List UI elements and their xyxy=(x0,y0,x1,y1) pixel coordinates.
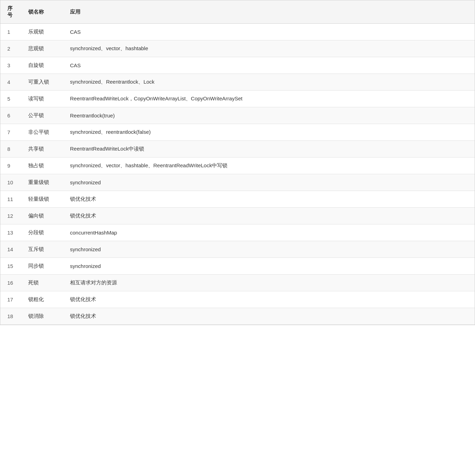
header-app: 应用 xyxy=(63,0,475,24)
table-row: 7非公平锁synchronized、reentrantlock(false) xyxy=(0,124,475,141)
cell-num: 12 xyxy=(0,208,21,224)
cell-num: 15 xyxy=(0,258,21,275)
main-table-container: 序号 锁名称 应用 1乐观锁CAS2悲观锁synchronized、vector… xyxy=(0,0,475,325)
cell-name: 重量级锁 xyxy=(21,174,63,191)
cell-name: 独占锁 xyxy=(21,158,63,174)
cell-app: Reentrantlock(true) xyxy=(63,107,475,124)
cell-num: 16 xyxy=(0,275,21,291)
cell-num: 4 xyxy=(0,74,21,91)
cell-name: 死锁 xyxy=(21,275,63,291)
cell-num: 9 xyxy=(0,158,21,174)
cell-app: synchronized、Reentrantlock、Lock xyxy=(63,74,475,91)
cell-name: 可重入锁 xyxy=(21,74,63,91)
locks-table: 序号 锁名称 应用 1乐观锁CAS2悲观锁synchronized、vector… xyxy=(0,0,475,325)
cell-name: 公平锁 xyxy=(21,107,63,124)
table-row: 14互斥锁synchronized xyxy=(0,241,475,258)
table-row: 8共享锁ReentrantReadWriteLock中读锁 xyxy=(0,141,475,158)
cell-name: 乐观锁 xyxy=(21,24,63,40)
table-header: 序号 锁名称 应用 xyxy=(0,0,475,24)
cell-name: 非公平锁 xyxy=(21,124,63,141)
header-name: 锁名称 xyxy=(21,0,63,24)
cell-num: 7 xyxy=(0,124,21,141)
cell-num: 1 xyxy=(0,24,21,40)
cell-name: 读写锁 xyxy=(21,91,63,107)
cell-name: 偏向锁 xyxy=(21,208,63,224)
cell-num: 3 xyxy=(0,57,21,74)
cell-app: 锁优化技术 xyxy=(63,191,475,208)
cell-name: 共享锁 xyxy=(21,141,63,158)
table-row: 17锁粗化锁优化技术 xyxy=(0,291,475,308)
cell-app: synchronized、vector、hashtable、ReentrantR… xyxy=(63,158,475,174)
cell-name: 锁消除 xyxy=(21,308,63,325)
cell-app: synchronized xyxy=(63,174,475,191)
table-row: 18锁消除锁优化技术 xyxy=(0,308,475,325)
table-body: 1乐观锁CAS2悲观锁synchronized、vector、hashtable… xyxy=(0,24,475,325)
cell-app: CAS xyxy=(63,57,475,74)
table-row: 2悲观锁synchronized、vector、hashtable xyxy=(0,40,475,57)
table-row: 4可重入锁synchronized、Reentrantlock、Lock xyxy=(0,74,475,91)
table-row: 6公平锁Reentrantlock(true) xyxy=(0,107,475,124)
cell-name: 悲观锁 xyxy=(21,40,63,57)
cell-app: 锁优化技术 xyxy=(63,308,475,325)
cell-num: 6 xyxy=(0,107,21,124)
header-num: 序号 xyxy=(0,0,21,24)
cell-name: 互斥锁 xyxy=(21,241,63,258)
table-row: 5读写锁ReentrantReadWriteLock，CopyOnWriteAr… xyxy=(0,91,475,107)
cell-name: 锁粗化 xyxy=(21,291,63,308)
table-row: 16死锁相互请求对方的资源 xyxy=(0,275,475,291)
cell-num: 18 xyxy=(0,308,21,325)
cell-num: 8 xyxy=(0,141,21,158)
cell-app: synchronized xyxy=(63,258,475,275)
cell-app: synchronized xyxy=(63,241,475,258)
cell-app: synchronized、reentrantlock(false) xyxy=(63,124,475,141)
cell-num: 13 xyxy=(0,224,21,241)
table-row: 9独占锁synchronized、vector、hashtable、Reentr… xyxy=(0,158,475,174)
cell-app: CAS xyxy=(63,24,475,40)
cell-num: 17 xyxy=(0,291,21,308)
cell-app: 锁优化技术 xyxy=(63,291,475,308)
cell-num: 14 xyxy=(0,241,21,258)
table-row: 3自旋锁CAS xyxy=(0,57,475,74)
cell-name: 分段锁 xyxy=(21,224,63,241)
table-row: 10重量级锁synchronized xyxy=(0,174,475,191)
table-row: 13分段锁concurrentHashMap xyxy=(0,224,475,241)
cell-app: synchronized、vector、hashtable xyxy=(63,40,475,57)
cell-num: 11 xyxy=(0,191,21,208)
cell-name: 轻量级锁 xyxy=(21,191,63,208)
cell-name: 同步锁 xyxy=(21,258,63,275)
cell-app: 相互请求对方的资源 xyxy=(63,275,475,291)
cell-num: 5 xyxy=(0,91,21,107)
cell-app: 锁优化技术 xyxy=(63,208,475,224)
table-row: 1乐观锁CAS xyxy=(0,24,475,40)
cell-app: ReentrantReadWriteLock，CopyOnWriteArrayL… xyxy=(63,91,475,107)
cell-num: 2 xyxy=(0,40,21,57)
table-row: 11轻量级锁锁优化技术 xyxy=(0,191,475,208)
cell-app: ReentrantReadWriteLock中读锁 xyxy=(63,141,475,158)
table-row: 15同步锁synchronized xyxy=(0,258,475,275)
cell-app: concurrentHashMap xyxy=(63,224,475,241)
cell-num: 10 xyxy=(0,174,21,191)
header-row: 序号 锁名称 应用 xyxy=(0,0,475,24)
table-row: 12偏向锁锁优化技术 xyxy=(0,208,475,224)
cell-name: 自旋锁 xyxy=(21,57,63,74)
